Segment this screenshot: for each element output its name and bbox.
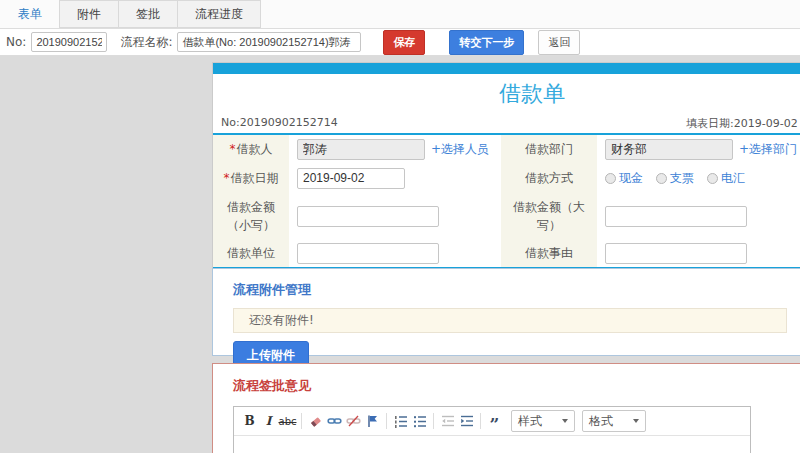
radio-circle-icon: [656, 173, 667, 184]
no-label: No:: [6, 35, 26, 49]
form-top-accent-bar: [213, 63, 800, 74]
eraser-icon: [309, 414, 323, 428]
radio-cheque[interactable]: 支票: [656, 170, 694, 187]
borrow-reason-input[interactable]: [605, 243, 747, 264]
no-attachments-message: 还没有附件!: [233, 308, 787, 333]
outdent-icon: [441, 414, 455, 428]
tab-progress[interactable]: 流程进度: [177, 0, 261, 28]
increase-indent-button[interactable]: [457, 411, 476, 432]
borrow-unit-input[interactable]: [297, 243, 439, 264]
decrease-indent-button[interactable]: [438, 411, 457, 432]
form-grid: *借款人 +选择人员 借款部门 +选择部门 *借款日期 借款方式 现金: [213, 135, 800, 267]
form-fill-date-text: 填表日期:2019-09-02 15:27:14: [686, 116, 800, 131]
italic-button[interactable]: I: [259, 411, 278, 432]
ordered-list-button[interactable]: [391, 411, 410, 432]
bulleted-list-button[interactable]: [410, 411, 429, 432]
format-dropdown[interactable]: 格式: [582, 410, 646, 432]
chevron-down-icon: [633, 419, 639, 423]
tab-attachments[interactable]: 附件: [59, 0, 119, 28]
form-no-text: No:20190902152714: [221, 116, 338, 129]
toolbar-separator: [386, 413, 387, 429]
radio-wire-transfer[interactable]: 电汇: [707, 170, 745, 187]
editor-content-area[interactable]: [234, 436, 750, 453]
approval-comments-panel: 流程签批意见 B I abc: [212, 363, 800, 453]
radio-circle-icon: [605, 173, 616, 184]
radio-cash[interactable]: 现金: [605, 170, 643, 187]
tab-bar: 表单 附件 签批 流程进度: [0, 0, 800, 29]
toolbar-separator: [480, 413, 481, 429]
borrower-label: *借款人: [213, 135, 289, 163]
styles-dropdown-label: 样式: [518, 413, 542, 430]
required-asterisk: *: [224, 171, 230, 185]
borrow-date-label: *借款日期: [213, 163, 289, 193]
borrower-input[interactable]: [297, 139, 425, 160]
borrow-reason-label: 借款事由: [501, 239, 597, 267]
link-icon: [327, 414, 342, 428]
tab-approval[interactable]: 签批: [118, 0, 178, 28]
rich-text-editor: B I abc: [233, 406, 751, 453]
flag-icon: [366, 414, 379, 428]
process-name-input[interactable]: [177, 32, 361, 52]
approval-heading: 流程签批意见: [233, 377, 800, 395]
tab-form[interactable]: 表单: [0, 0, 60, 28]
blockquote-button[interactable]: ”: [485, 411, 504, 432]
select-person-link[interactable]: +选择人员: [431, 141, 489, 158]
no-input[interactable]: [31, 32, 107, 52]
borrow-date-input[interactable]: [297, 168, 405, 189]
unlink-button[interactable]: [344, 411, 363, 432]
link-button[interactable]: [325, 411, 344, 432]
remove-format-button[interactable]: [306, 411, 325, 432]
indent-icon: [460, 414, 474, 428]
forward-next-step-button[interactable]: 转交下一步: [449, 30, 524, 55]
amount-uppercase-label: 借款金额（大写）: [501, 193, 597, 239]
numbered-list-icon: [394, 414, 408, 428]
amount-lowercase-input[interactable]: [297, 206, 439, 227]
save-button[interactable]: 保存: [383, 30, 425, 55]
workspace: 借款单 No:20190902152714 填表日期:2019-09-02 15…: [0, 56, 800, 453]
form-meta-row: No:20190902152714 填表日期:2019-09-02 15:27:…: [221, 114, 800, 130]
attachments-heading: 流程附件管理: [233, 281, 800, 299]
loan-form-panel: 借款单 No:20190902152714 填表日期:2019-09-02 15…: [212, 62, 800, 271]
chevron-down-icon: [562, 419, 568, 423]
attachments-panel: 流程附件管理 还没有附件! 上传附件: [212, 268, 800, 356]
strikethrough-button[interactable]: abc: [278, 411, 297, 432]
borrow-method-label: 借款方式: [501, 163, 597, 193]
form-title: 借款单: [213, 74, 800, 113]
toolbar-separator: [433, 413, 434, 429]
anchor-flag-button[interactable]: [363, 411, 382, 432]
toolbar-separator: [301, 413, 302, 429]
amount-uppercase-input[interactable]: [605, 206, 747, 227]
process-name-label: 流程名称:: [120, 34, 172, 51]
format-dropdown-label: 格式: [589, 413, 613, 430]
borrow-method-options: 现金 支票 电汇: [597, 163, 800, 193]
command-bar: No: 流程名称: 保存 转交下一步 返回: [0, 29, 800, 56]
amount-lowercase-label: 借款金额（小写）: [213, 193, 289, 239]
back-button[interactable]: 返回: [538, 30, 580, 55]
radio-circle-icon: [707, 173, 718, 184]
borrow-unit-label: 借款单位: [213, 239, 289, 267]
bold-button[interactable]: B: [240, 411, 259, 432]
department-input[interactable]: [605, 139, 733, 160]
editor-toolbar: B I abc: [234, 407, 750, 436]
unlink-icon: [346, 414, 361, 428]
styles-dropdown[interactable]: 样式: [511, 410, 575, 432]
bullet-list-icon: [413, 414, 427, 428]
required-asterisk: *: [230, 142, 236, 156]
department-label: 借款部门: [501, 135, 597, 163]
select-department-link[interactable]: +选择部门: [739, 141, 797, 158]
